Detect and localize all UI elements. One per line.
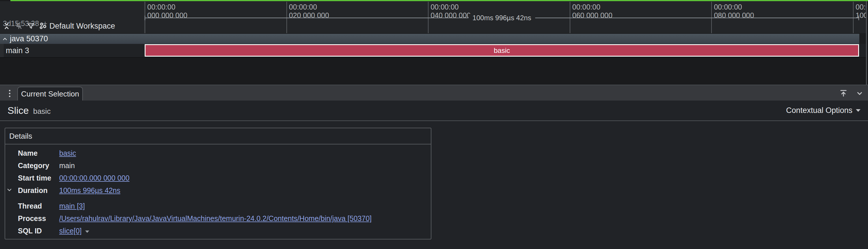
workspace-selector[interactable]: Default Workspace [39,22,115,31]
detail-row-category: Category main [5,159,431,172]
tick-time-coarse: 00:00:00 [289,3,329,11]
detail-label: Duration [18,186,59,195]
details-card-title: Details [5,128,431,145]
tab-current-selection[interactable]: Current Selection [17,87,83,100]
perfetto-trace-viewer: 3d15:53:38 + 026 815 583 [0,0,868,249]
pin-off-icon [15,22,23,30]
process-group-row: java 50370 [0,34,866,44]
details-rows: Name basic Category main Start time 00:0… [5,145,431,237]
selection-title: basic [33,107,51,116]
workspaces-icon [39,22,47,30]
process-group-header[interactable]: java 50370 [0,34,859,44]
thread-track-canvas[interactable]: basic [144,44,866,57]
process-group-label: java 50370 [10,34,48,43]
detail-label: Name [18,149,59,157]
tick-time-coarse: 00:00:00 [431,3,471,11]
duration-marker-label: 100ms 996µs 42ns [468,14,535,22]
details-card: Details Name basic Category main Start t… [5,128,431,240]
workspace-name: Default Workspace [50,22,115,31]
expand-row-button[interactable] [7,188,12,192]
name-link[interactable]: basic [59,149,76,157]
collapse-all-button[interactable] [3,22,10,30]
category-value: main [59,161,75,170]
vertical-align-top-icon [839,89,847,97]
group-indent-strip [0,44,4,57]
tick-time-coarse: 00:00:00 [714,3,754,11]
detail-row-start-time: Start time 00:00:00.000 000 000 [5,172,431,184]
start-time-link[interactable]: 00:00:00.000 000 000 [59,174,129,182]
detail-row-sql-id: SQL ID slice[0] [5,225,431,237]
panel-controls [840,85,863,101]
duration-link[interactable]: 100ms 996µs 42ns [59,186,120,195]
panel-menu-button[interactable] [6,89,13,98]
filter-icon [27,23,34,29]
dot [9,93,10,94]
thread-track-row: main 3 basic [0,44,866,58]
dropdown-caret-icon [856,109,861,112]
slice-label: basic [494,46,510,55]
current-selection-panel: Slice basic Contextual Options Details N… [0,100,868,249]
timeline-right-edge [866,1,867,85]
selected-slice[interactable]: basic [145,44,859,57]
chevron-up-icon [3,37,7,41]
dropdown-caret-icon[interactable] [85,230,89,233]
expand-panel-button[interactable] [840,90,847,97]
thread-track-label: main 3 [6,46,29,55]
process-link[interactable]: /Users/rahulrav/Library/Java/JavaVirtual… [59,214,372,223]
filter-tracks-button[interactable] [27,22,35,30]
dot [9,90,10,91]
chevron-down-icon [7,188,12,192]
detail-row-name: Name basic [5,147,431,159]
track-toolbar: Default Workspace [3,20,115,32]
contextual-options-button[interactable]: Contextual Options [786,106,861,115]
detail-row-thread: Thread main [3] [5,200,431,212]
timeline-header: 3d15:53:38 + 026 815 583 [0,1,866,33]
collapse-panel-button[interactable] [856,90,863,97]
thread-track-shell[interactable]: main 3 [4,44,144,57]
selection-header: Slice basic Contextual Options [0,100,868,121]
chevron-down-icon [856,90,863,97]
contextual-options-label: Contextual Options [786,106,852,115]
detail-label: Thread [18,202,59,210]
thread-link[interactable]: main [3] [59,202,85,210]
selection-duration-marker: 100ms 996µs 42ns [145,14,859,22]
detail-row-duration: Duration 100ms 996µs 42ns [5,184,431,197]
tick-time-coarse: 00:00:00 [147,3,187,11]
detail-row-process: Process /Users/rahulrav/Library/Java/Jav… [5,212,431,225]
tick-time-coarse: 00:00:00 [856,3,866,11]
timeline-header-shell: 3d15:53:38 + 026 815 583 [0,1,144,33]
tick-time-coarse: 00:00:00 [572,3,613,11]
time-ruler[interactable]: 00:00:00 000 000 000 00:00:00 020 000 00… [144,1,866,33]
sql-id-link[interactable]: slice[0] [59,227,82,235]
detail-label: Start time [18,174,59,182]
dot [9,96,10,97]
detail-label: SQL ID [18,227,59,235]
bottom-panel-tabbar: Current Selection [0,85,868,100]
selection-kind: Slice [7,105,29,116]
unpin-tracks-button[interactable] [15,22,23,30]
detail-label: Category [18,161,59,170]
detail-label: Process [18,214,59,223]
tab-label: Current Selection [21,90,79,98]
unfold-less-icon [3,22,10,30]
